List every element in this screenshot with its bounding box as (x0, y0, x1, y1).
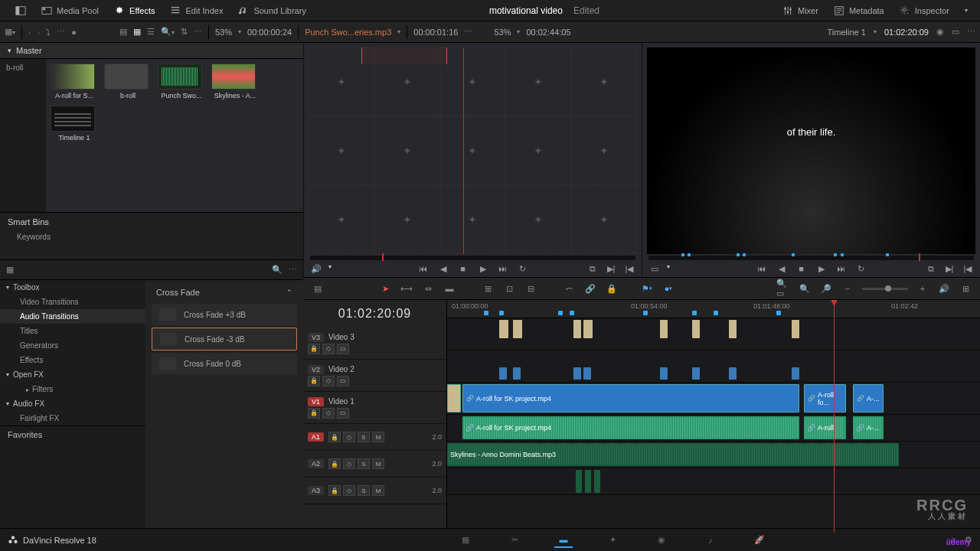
next-frame-button[interactable]: ⏭ (497, 263, 509, 274)
match-frame-button[interactable]: ⧉ (586, 263, 599, 274)
zoom-slider[interactable] (862, 288, 908, 290)
audiofx-group[interactable]: ▾Audio FX (0, 396, 145, 411)
deliver-page-tab[interactable]: 🚀 (750, 533, 769, 548)
blade-tool[interactable]: ▬ (443, 282, 456, 295)
clip[interactable]: 🔗A-roll for SK project.mp4 (462, 384, 799, 412)
fx-more-button[interactable]: ⋯ (289, 265, 297, 275)
fairlight-page-tab[interactable]: ♪ (701, 533, 720, 548)
clip[interactable] (513, 367, 521, 380)
lock-button[interactable]: 🔒 (605, 282, 619, 295)
last-edit-button[interactable]: |◀ (962, 263, 974, 274)
clip[interactable] (583, 367, 591, 380)
mute-button[interactable]: M (372, 485, 384, 496)
lock-icon[interactable]: 🔒 (308, 408, 320, 419)
clip[interactable] (792, 320, 799, 338)
timeline-ruler[interactable]: 01:00:00:00 01:00:54:00 01:01:48:00 01:0… (447, 300, 980, 318)
collapse-icon[interactable]: ⌃ (286, 289, 292, 296)
fx-video-transitions[interactable]: Video Transitions (0, 295, 145, 309)
media-item[interactable]: Timeline 1 (51, 106, 98, 142)
zoom-full-button[interactable]: 🔎 (819, 282, 833, 295)
source-playhead[interactable] (463, 47, 464, 254)
src-clip-name[interactable]: Punch Swo...eries.mp3 (305, 28, 391, 37)
color-page-tab[interactable]: ◉ (652, 533, 671, 548)
openfx-group[interactable]: ▾Open FX (0, 367, 145, 382)
media-item[interactable]: b-roll (104, 64, 152, 99)
track-head-v1[interactable]: V1Video 1 🔒◇▭ (303, 392, 446, 424)
clip[interactable] (692, 367, 700, 380)
clip[interactable]: 🔗A-... (853, 384, 884, 412)
src-timecode[interactable]: 00:00:00:24 (247, 28, 292, 37)
clip[interactable] (573, 320, 581, 338)
mixer-button[interactable]: Mixer (775, 2, 826, 19)
timeline-view-button[interactable]: ▤ (311, 282, 325, 295)
fx-fairlight[interactable]: Fairlight FX (0, 411, 145, 425)
panel-layout-button[interactable]: ▦▾ (5, 27, 15, 37)
expand-button[interactable]: ▾ (957, 4, 972, 17)
mute-button[interactable]: M (372, 458, 384, 469)
clip[interactable] (792, 367, 799, 380)
zoom-detail-button[interactable]: 🔍 (798, 282, 812, 295)
clip[interactable] (660, 320, 668, 338)
more-button[interactable]: ⋯ (57, 27, 65, 37)
overlay-button[interactable]: ▭ (648, 263, 661, 274)
search-button[interactable]: 🔍▾ (161, 27, 175, 37)
fx-titles[interactable]: Titles (0, 324, 145, 338)
fusion-page-tab[interactable]: ✦ (603, 533, 622, 548)
play-button[interactable]: ▶ (815, 263, 828, 274)
clip[interactable] (583, 320, 593, 338)
favorites-header[interactable]: Favorites (0, 425, 145, 443)
track-v1[interactable]: 🔗A-roll for SK project.mp4 🔗A-roll fo...… (447, 383, 980, 415)
track-a1[interactable]: 🔗A-roll for SK project.mp4 🔗A-roll 🔗A-..… (447, 415, 980, 442)
retime-button[interactable]: ⤺ (562, 282, 576, 295)
media-page-tab[interactable]: ▦ (456, 533, 475, 548)
auto-select-icon[interactable]: ◇ (322, 408, 335, 419)
insert-button[interactable]: ⊞ (481, 282, 495, 295)
overwrite-button[interactable]: ⊡ (502, 282, 516, 295)
dynamic-trim-tool[interactable]: ⇔ (421, 282, 435, 295)
track-v3[interactable] (447, 318, 980, 350)
edit-index-button[interactable]: Edit Index (162, 2, 230, 19)
fx-search-button[interactable]: 🔍 (272, 265, 283, 275)
metadata-button[interactable]: Metadata (826, 2, 892, 19)
lock-icon[interactable]: 🔒 (328, 432, 341, 442)
track-head-a2[interactable]: A2 🔒◇SM 2.0 (303, 451, 446, 478)
clip[interactable] (576, 470, 582, 493)
timeline-tracks[interactable]: 01:00:00:00 01:00:54:00 01:01:48:00 01:0… (447, 300, 980, 533)
prev-frame-button[interactable]: ◀ (437, 263, 449, 274)
auto-select-icon[interactable]: ◇ (343, 485, 355, 496)
nav-fwd-button[interactable]: › (38, 28, 41, 37)
clip[interactable] (692, 320, 700, 338)
media-item[interactable]: Skylines - A... (211, 64, 259, 99)
play-button[interactable]: ▶ (477, 263, 489, 274)
timeline-select[interactable]: Timeline 1 (828, 28, 866, 37)
rec-zoom[interactable]: 53% (494, 28, 511, 37)
solo-button[interactable]: S (358, 458, 370, 469)
clip[interactable] (573, 367, 581, 380)
prev-frame-button[interactable]: ◀ (776, 263, 788, 274)
clip[interactable] (447, 384, 461, 412)
view-list-button[interactable]: ☰ (147, 27, 155, 37)
disable-icon[interactable]: ▭ (337, 408, 349, 419)
fx-filters[interactable]: ▸Filters (0, 382, 145, 396)
zoom-range-button[interactable]: 🔍▭ (776, 282, 790, 295)
mute-button[interactable]: M (372, 432, 384, 442)
disable-icon[interactable]: ▭ (337, 344, 349, 354)
clip[interactable]: 🔗A-roll for SK project.mp4 (462, 416, 799, 439)
zoom-in-button[interactable]: + (916, 282, 929, 295)
fx-crossfade-0[interactable]: Cross Fade 0 dB (152, 353, 297, 374)
zoom-out-button[interactable]: − (841, 282, 854, 295)
edit-page-tab[interactable]: ▬ (554, 533, 573, 548)
clip[interactable]: 🔗A-roll (804, 416, 846, 439)
src-more-button[interactable]: ⋯ (464, 27, 472, 37)
fx-crossfade-minus3[interactable]: Cross Fade -3 dB (152, 328, 297, 350)
bypass-button[interactable]: ◉ (936, 27, 944, 37)
inspector-button[interactable]: Inspector (892, 2, 957, 19)
single-viewer-button[interactable]: ▭ (952, 27, 959, 37)
fx-crossfade-plus3[interactable]: Cross Fade +3 dB (152, 304, 297, 325)
layout-button[interactable] (8, 2, 34, 19)
clip[interactable] (729, 320, 737, 338)
fx-effects[interactable]: Effects (0, 353, 145, 367)
toolbox-group[interactable]: ▾Toolbox (0, 280, 145, 295)
audio-scrub-icon[interactable]: 🔊 (310, 263, 322, 274)
track-head-v2[interactable]: V2Video 2 🔒◇▭ (303, 360, 446, 392)
